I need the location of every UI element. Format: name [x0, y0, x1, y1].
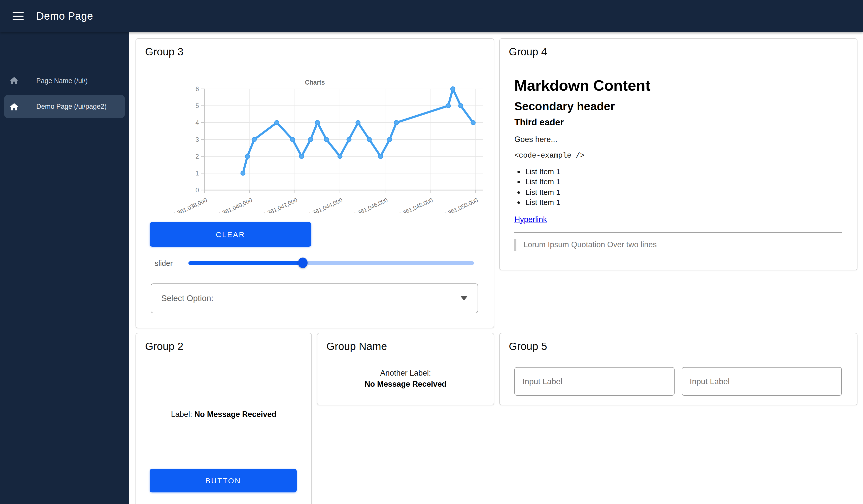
app-title: Demo Page	[36, 0, 93, 32]
group3-title: Group 3	[145, 46, 183, 58]
svg-text:1,690,361,048,000: 1,690,361,048,000	[387, 197, 434, 213]
list-item: List Item 1	[525, 166, 842, 177]
svg-text:1,690,361,050,000: 1,690,361,050,000	[432, 197, 479, 213]
home-icon	[9, 102, 19, 111]
slider-fill	[188, 261, 303, 264]
group-name-title: Group Name	[326, 340, 387, 352]
markdown-h2: Secondary header	[514, 100, 842, 113]
svg-text:0: 0	[196, 186, 199, 194]
group2-card: Group 2 Label: No Message Received BUTTO…	[136, 333, 312, 504]
sidebar: Page Name (/ui/) Demo Page (/ui/page2)	[0, 32, 129, 504]
svg-text:1,690,361,042,000: 1,690,361,042,000	[252, 197, 299, 213]
svg-text:1,690,361,038,000: 1,690,361,038,000	[161, 197, 208, 213]
group-name-card: Group Name Another Label: No Message Rec…	[317, 333, 494, 405]
select-option-dropdown[interactable]: Select Option:	[151, 283, 478, 313]
svg-text:1,690,361,044,000: 1,690,361,044,000	[297, 197, 343, 213]
sidebar-item-page-name[interactable]: Page Name (/ui/)	[4, 69, 125, 92]
svg-text:1,690,361,040,000: 1,690,361,040,000	[207, 197, 253, 213]
svg-text:1: 1	[196, 170, 199, 177]
group2-message-row: Label: No Message Received	[136, 410, 311, 419]
slider-control[interactable]	[188, 261, 474, 264]
markdown-content: Markdown Content Secondary header Third …	[514, 77, 842, 250]
group2-title: Group 2	[145, 340, 183, 352]
top-navbar: Demo Page	[0, 0, 863, 32]
page: Demo Page Page Name (/ui/) Demo Page (/u…	[0, 0, 863, 504]
group4-card: Group 4 Markdown Content Secondary heade…	[499, 38, 858, 270]
svg-text:1,690,361,046,000: 1,690,361,046,000	[342, 197, 389, 213]
group2-message: No Message Received	[195, 410, 277, 418]
svg-text:Charts: Charts	[305, 79, 325, 86]
list-item: List Item 1	[525, 197, 842, 208]
group-name-label: Another Label:	[317, 369, 494, 378]
markdown-list: List Item 1 List Item 1 List Item 1 List…	[514, 166, 842, 208]
svg-text:4: 4	[196, 119, 199, 126]
sidebar-item-label: Demo Page (/ui/page2)	[36, 103, 107, 110]
caret-down-icon	[461, 296, 467, 301]
group2-label: Label:	[171, 410, 192, 418]
group5-card: Group 5	[499, 333, 858, 405]
menu-icon[interactable]	[7, 5, 29, 27]
home-icon	[9, 76, 19, 85]
markdown-paragraph: Goes here...	[514, 135, 842, 144]
group2-button[interactable]: BUTTON	[150, 469, 297, 492]
markdown-h3: Third eader	[514, 117, 842, 128]
group5-title: Group 5	[509, 340, 547, 352]
line-chart: Charts1,690,361,038,0001,690,361,040,000…	[146, 72, 484, 213]
select-option-label: Select Option:	[161, 294, 213, 303]
input-field-1[interactable]	[514, 367, 675, 396]
clear-button[interactable]: CLEAR	[150, 222, 311, 247]
list-item: List Item 1	[525, 187, 842, 197]
line-chart-container: Charts1,690,361,038,0001,690,361,040,000…	[146, 72, 484, 213]
svg-text:6: 6	[196, 85, 199, 92]
slider-thumb[interactable]	[298, 258, 308, 268]
sidebar-item-demo-page[interactable]: Demo Page (/ui/page2)	[4, 95, 125, 118]
slider-label: slider	[155, 259, 173, 267]
markdown-quote: Lorum Ipsum Quotation Over two lines	[514, 238, 842, 250]
svg-text:3: 3	[196, 136, 199, 143]
markdown-code: <code-example />	[514, 151, 842, 159]
group3-card: Group 3 Charts1,690,361,038,0001,690,361…	[136, 38, 494, 328]
list-item: List Item 1	[525, 177, 842, 187]
sidebar-item-label: Page Name (/ui/)	[36, 77, 88, 84]
svg-text:5: 5	[196, 102, 199, 109]
divider	[514, 232, 842, 232]
svg-text:2: 2	[196, 153, 199, 160]
hyperlink[interactable]: Hyperlink	[514, 215, 547, 223]
group-name-message: No Message Received	[317, 380, 494, 389]
markdown-h1: Markdown Content	[514, 77, 842, 94]
input-field-2[interactable]	[681, 367, 842, 396]
group4-title: Group 4	[509, 46, 547, 58]
